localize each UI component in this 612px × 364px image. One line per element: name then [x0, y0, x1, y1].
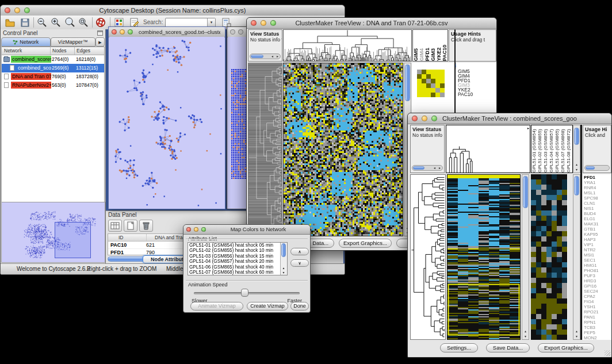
scroll-down-icon[interactable] [573, 167, 580, 173]
minimize-button[interactable] [120, 29, 125, 35]
view-status-scrollbar[interactable] [250, 53, 281, 59]
view-status-scrollbar[interactable] [412, 165, 443, 171]
open-file-button[interactable] [4, 17, 16, 28]
network-tree-row[interactable]: RNAPuberNov2+563(0)107847(0) [2, 81, 104, 90]
network-tree-row[interactable]: DNA and Tran 07769(0)183728(0) [2, 72, 104, 81]
treeview1-button-2[interactable]: Export Graphics... [339, 239, 392, 248]
minimize-button[interactable] [194, 227, 198, 232]
minimize-button[interactable] [261, 20, 266, 26]
new-attribute-button[interactable] [124, 220, 137, 232]
delete-attribute-button[interactable] [139, 220, 153, 232]
zoomed-heatmap-canvas[interactable] [531, 174, 567, 340]
heatmap-panel[interactable] [283, 63, 403, 236]
minimize-button[interactable] [238, 29, 243, 35]
minimize-button[interactable] [14, 7, 20, 13]
scroll-down-icon[interactable] [281, 270, 286, 275]
usage-hints-scrollbar[interactable] [584, 165, 610, 171]
network-tree-row[interactable]: combined_sco2569(6)13112(15) [2, 64, 104, 72]
scrollbar-thumb[interactable] [281, 243, 286, 257]
network-tree-row[interactable]: combined_scores2764(0)16218(0) [2, 55, 104, 64]
attribute-list-item[interactable]: GPL51-01 (GSM854) heat shock 05 min [188, 243, 287, 248]
attribute-list-scrollbar[interactable] [280, 243, 287, 275]
combo-arrow-icon[interactable] [207, 18, 215, 27]
close-button[interactable] [5, 7, 10, 13]
zoom-button[interactable] [128, 29, 133, 35]
column-labels-scrollbar[interactable] [573, 125, 580, 173]
minimize-button[interactable] [422, 116, 427, 121]
attribute-list-item[interactable]: GPL51-02 (GSM855) heat shock 10 min [188, 248, 287, 253]
zoom-button[interactable] [431, 116, 437, 121]
scrollbar-thumb[interactable] [574, 176, 579, 196]
close-button[interactable] [251, 20, 257, 26]
scrollbar-thumb[interactable] [523, 176, 528, 208]
table-mode-button[interactable] [108, 220, 122, 232]
resize-grip[interactable] [605, 350, 610, 356]
scroll-up-icon[interactable] [281, 266, 286, 270]
scrollbar-thumb[interactable] [405, 64, 410, 101]
treeview2-button-1[interactable]: Save Data... [486, 343, 530, 352]
column-dendrogram-canvas[interactable] [446, 125, 530, 173]
scroll-right-icon[interactable] [437, 166, 442, 170]
column-dendrogram-panel[interactable] [446, 125, 530, 173]
map-colors-titlebar[interactable]: Map Colors to Network [183, 225, 310, 235]
attribute-list-item[interactable]: GPL51-07 (GSM868) heat shock 60 min [188, 270, 287, 275]
close-button[interactable] [412, 116, 418, 121]
done-button[interactable]: Done [290, 302, 309, 311]
treeview2-button-2[interactable]: Export Graphics... [538, 343, 594, 352]
tab-overflow-button[interactable] [95, 37, 105, 47]
tab-vizmapper[interactable]: VizMapper™ [51, 37, 96, 47]
zoom-fit-button[interactable] [78, 17, 89, 28]
scrollbar-thumb[interactable] [586, 166, 595, 170]
heatmap-canvas[interactable] [284, 63, 403, 236]
heatmap-vscrollbar[interactable] [522, 174, 529, 340]
zoomed-heatmap-panel[interactable] [531, 174, 568, 340]
zoom-button[interactable] [270, 20, 276, 26]
zoom-in-button[interactable] [50, 17, 62, 28]
scroll-down-icon[interactable] [573, 334, 580, 339]
scrollbar-thumb[interactable] [413, 166, 424, 170]
scroll-right-icon[interactable] [275, 54, 280, 59]
birdseye-canvas[interactable] [2, 202, 105, 262]
row-dendrogram-panel[interactable] [248, 63, 282, 236]
speed-slider-thumb[interactable] [241, 289, 248, 297]
row-dendrogram-canvas[interactable] [248, 63, 282, 236]
zoom-selected-button[interactable] [64, 17, 75, 28]
zoom-button[interactable] [24, 7, 30, 13]
network-canvas[interactable] [109, 37, 224, 208]
help-button[interactable] [95, 17, 106, 28]
row-dendrogram-panel[interactable] [410, 174, 446, 340]
animate-vizmap-button[interactable]: Animate Vizmap [190, 302, 243, 311]
attribute-list-item[interactable]: GPL51-04 (GSM857) heat shock 20 min [188, 259, 287, 264]
scroll-right-icon[interactable] [527, 126, 529, 130]
scroll-left-icon[interactable] [432, 166, 437, 170]
scroll-up-icon[interactable] [522, 329, 529, 334]
float-panel-icon[interactable] [97, 30, 103, 36]
birdseye-view[interactable] [1, 202, 105, 263]
move-up-button[interactable]: ∧ [290, 248, 309, 255]
treeview1-titlebar[interactable]: ClusterMaker TreeView : DNA and Tran 07-… [247, 18, 496, 29]
create-vizmap-button[interactable]: Create Vizmap [247, 302, 288, 311]
scroll-up-icon[interactable] [573, 162, 580, 167]
treeview2-button-0[interactable]: Settings... [440, 343, 478, 352]
scroll-up-icon[interactable] [573, 329, 580, 334]
cytoscape-titlebar[interactable]: Cytoscape Desktop (Session Name: collins… [1, 5, 345, 16]
network-window-titlebar[interactable]: combined_scores_good.txt--cluste... [109, 27, 225, 37]
row-dendrogram-canvas[interactable] [411, 175, 445, 339]
close-button[interactable] [230, 29, 235, 35]
close-button[interactable] [112, 29, 117, 35]
zoom-button[interactable] [201, 227, 206, 232]
attribute-list[interactable]: GPL51-01 (GSM854) heat shock 05 minGPL51… [188, 242, 288, 275]
heatmap-panel[interactable] [447, 174, 521, 340]
network-canvas-area[interactable] [109, 37, 224, 208]
tab-network[interactable]: Network [1, 37, 51, 47]
attribute-list-item[interactable]: GPL51-06 (GSM865) heat shock 40 min [188, 265, 287, 270]
close-button[interactable] [186, 227, 191, 232]
scrollbar-thumb[interactable] [574, 128, 579, 145]
move-down-button[interactable]: ∨ [290, 259, 309, 267]
attribute-list-item[interactable]: GPL51-03 (GSM856) heat shock 15 min [188, 254, 287, 259]
scrollbar-thumb[interactable] [251, 55, 263, 58]
scroll-left-icon[interactable] [270, 54, 275, 59]
zoomed-scrollbar[interactable] [573, 174, 580, 340]
scroll-down-icon[interactable] [522, 334, 529, 339]
save-button[interactable] [19, 17, 30, 28]
